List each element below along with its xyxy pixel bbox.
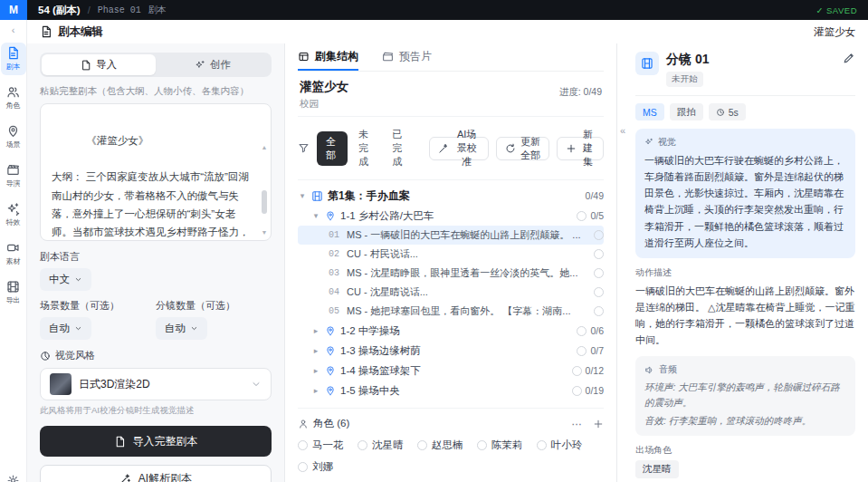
visual-style-select[interactable]: 日式3D渲染2D (40, 368, 272, 400)
scrollbar-thumb[interactable] (262, 190, 267, 214)
sidebar-item-script[interactable]: 剧本 (1, 43, 26, 75)
import-doc-icon (81, 60, 91, 71)
action-section: 动作描述 一辆破旧的大巴车在蜿蜒的山路上剧烈颠簸。窗外是连绵的梯田。 △沈星晴靠… (635, 266, 855, 349)
more-options-icon[interactable]: ⋯ (572, 418, 583, 430)
settings-icon[interactable] (6, 474, 20, 482)
shot-row-01[interactable]: 01 MS - 一辆破旧的大巴车在蜿蜒的山路上剧烈颠簸。 ... (298, 226, 604, 245)
sidebar-item-scenes[interactable]: 场景 (1, 120, 26, 153)
characters-icon (6, 85, 20, 99)
shot-status-circle[interactable] (594, 287, 604, 297)
paste-script-label: 粘贴完整剧本（包含大纲、人物小传、各集内容） (40, 85, 272, 98)
cast-label: 出场角色 (635, 444, 855, 457)
structure-icon (298, 51, 310, 63)
magic-wand-icon (119, 473, 131, 482)
film-icon (6, 280, 20, 294)
visual-description-box: 视觉 一辆破旧的大巴车行驶在蜿蜒的乡村公路上，车身随着路面剧烈颠簸。窗外是连绵起… (635, 129, 855, 258)
new-episode-button[interactable]: 新建集 (557, 137, 604, 160)
filter-complete[interactable]: 已完成 (388, 124, 415, 172)
location-pin-icon (6, 124, 20, 138)
page-header: 剧本编辑 灌篮少女 (27, 20, 868, 43)
scene-row-1-3[interactable]: ▸ 1-3 操场边缘树荫 0/7 (298, 341, 604, 361)
sidebar-item-export[interactable]: 导出 (1, 276, 26, 309)
caret-right-icon[interactable]: ▸ (311, 386, 320, 395)
scene-count-select[interactable]: 自动 (40, 317, 91, 340)
character-item[interactable]: 马一花 (298, 439, 358, 452)
refresh-icon (505, 143, 516, 154)
header-project-name: 灌篮少女 (814, 25, 855, 39)
import-script-button[interactable]: 导入完整剧本 (40, 426, 272, 457)
divider (635, 95, 855, 96)
ai-scene-calibrate-button[interactable]: AI场景校准 (429, 137, 489, 160)
shot-row-03[interactable]: 03 MS - 沈星晴睁眼，眼神里透着一丝冷淡的英气。她... (298, 264, 604, 283)
shot-status-circle[interactable] (594, 249, 604, 259)
episode-row[interactable]: ▾ 第1集：手办血案 0/49 (298, 186, 604, 206)
shot-status-circle[interactable] (594, 230, 604, 240)
shot-count-select[interactable]: 自动 (156, 317, 207, 340)
series-genre: 校园 (300, 98, 348, 111)
sidebar-item-director[interactable]: 导演 (1, 159, 26, 192)
shot-row-02[interactable]: 02 CU - 村民说话... (298, 245, 604, 264)
edit-pencil-icon[interactable] (843, 52, 855, 64)
sidebar-item-effects[interactable]: 特效 (1, 198, 26, 231)
character-item[interactable]: 刘娜 (298, 460, 358, 474)
filter-all[interactable]: 全部 (317, 131, 348, 166)
character-item[interactable]: 叶小玲 (537, 439, 596, 452)
caret-right-icon[interactable]: ▸ (311, 346, 320, 355)
cast-name-pill[interactable]: 沈星晴 (635, 460, 679, 478)
saved-badge: ✓ SAVED (816, 5, 857, 15)
funnel-icon[interactable] (298, 142, 310, 154)
shot-row-05[interactable]: 05 MS - 她把球塞回包里，看向窗外。 【字幕：湖南... (298, 302, 604, 321)
sidebar-item-assets[interactable]: 素材 (1, 237, 26, 270)
scene-count: 0/5 (577, 210, 604, 221)
refresh-all-button[interactable]: 更新全部 (496, 137, 549, 160)
top-bar: 54 (副本) / Phase 01 剧本 ✓ SAVED (27, 0, 868, 20)
tab-trailer[interactable]: 预告片 (382, 43, 432, 71)
breadcrumb-phase[interactable]: Phase 01 (98, 5, 141, 15)
ai-parse-button[interactable]: AI解析剧本 (40, 465, 272, 482)
panel-collapse-icon[interactable]: « (620, 125, 625, 136)
shot-status-circle[interactable] (594, 306, 604, 316)
character-item[interactable]: 陈茉莉 (477, 439, 537, 452)
language-label: 剧本语言 (40, 250, 272, 264)
visual-label: 视觉 (658, 136, 676, 149)
tab-import[interactable]: 导入 (42, 54, 156, 75)
tab-create[interactable]: 创作 (156, 54, 270, 75)
caret-down-icon[interactable]: ▾ (298, 191, 307, 200)
cast-section: 出场角色 沈星晴 (635, 444, 855, 478)
video-camera-icon (6, 241, 20, 255)
scene-pin-icon (325, 345, 336, 356)
shot-row-04[interactable]: 04 CU - 沈星晴说话... (298, 283, 604, 302)
filter-incomplete[interactable]: 未完成 (355, 124, 381, 172)
caret-right-icon[interactable]: ▸ (311, 366, 320, 375)
breadcrumb-separator: / (88, 5, 91, 15)
rail-collapse-button[interactable]: ‹ (12, 23, 15, 37)
character-item[interactable]: 赵思楠 (417, 439, 477, 452)
tab-episode-structure[interactable]: 剧集结构 (298, 43, 358, 71)
app-logo[interactable]: M (0, 0, 27, 20)
language-select[interactable]: 中文 (40, 268, 91, 291)
scene-row-1-1[interactable]: ▾ 1-1 乡村公路/大巴车 0/5 (298, 206, 604, 226)
script-textarea[interactable]: 《灌篮少女》 大纲： 三个因家庭变故从大城市“流放”回湖南山村的少女，带着格格不… (40, 103, 272, 241)
episode-title: 第1集：手办血案 (328, 188, 410, 204)
sidebar-item-characters[interactable]: 角色 (1, 82, 26, 114)
shot-status-circle[interactable] (594, 268, 604, 278)
add-character-icon[interactable] (593, 419, 604, 429)
ambient-sound-text: 环境声: 大巴车引擎的轰鸣声，轮胎碾过碎石路的震动声。 (644, 380, 846, 410)
caret-down-icon[interactable]: ▾ (311, 211, 320, 220)
scene-row-1-4[interactable]: ▸ 1-4 操场篮球架下 0/12 (298, 361, 604, 381)
breadcrumb-section[interactable]: 剧本 (148, 4, 167, 16)
scene-row-1-2[interactable]: ▸ 1-2 中学操场 0/6 (298, 321, 604, 341)
series-title-row: 灌篮少女 校园 进度: 0/49 (298, 72, 604, 117)
character-avatar (358, 440, 367, 450)
scene-row-1-5[interactable]: ▸ 1-5 操场中央 0/19 (298, 381, 604, 400)
textarea-scrollbar[interactable]: ▲ ▼ (261, 108, 268, 236)
caret-right-icon[interactable]: ▸ (311, 326, 320, 335)
status-circle (577, 346, 587, 356)
visual-style-label: 视觉风格 (55, 349, 95, 362)
project-title[interactable]: 54 (副本) (38, 4, 81, 17)
sparkles-icon (6, 202, 20, 216)
check-icon: ✓ (816, 5, 824, 15)
character-item[interactable]: 沈星晴 (358, 439, 417, 452)
clapperboard-icon (6, 163, 20, 177)
import-doc-icon (114, 436, 126, 448)
